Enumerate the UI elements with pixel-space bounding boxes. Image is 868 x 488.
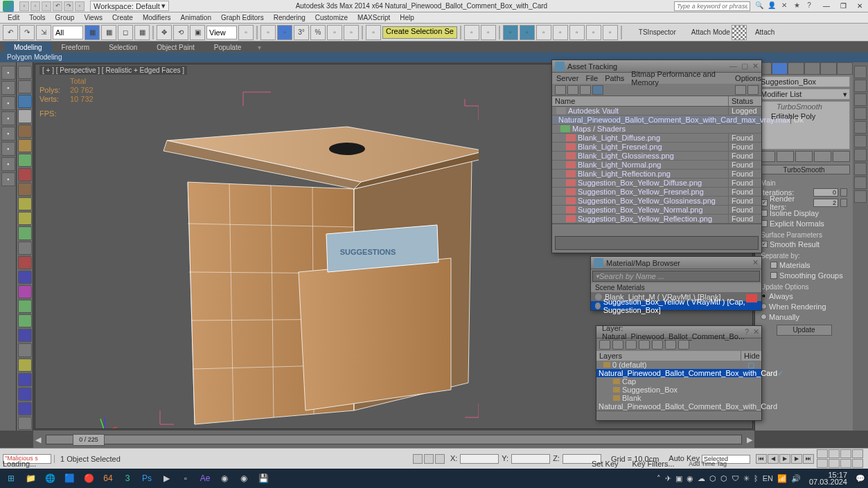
layer-tool-icon[interactable] xyxy=(652,340,663,350)
layer-row[interactable]: 0 (default)▢ xyxy=(596,361,761,369)
task-app-icon[interactable]: ▫ xyxy=(177,471,194,486)
layer-panel[interactable]: Layer: Natural_Pinewood_Ballot_Comment_B… xyxy=(596,325,762,421)
selection-filter-dropdown[interactable]: All xyxy=(53,26,83,39)
prim-icon[interactable] xyxy=(18,402,32,415)
tray-icon[interactable]: ☁ xyxy=(698,474,705,483)
asset-menu-paths[interactable]: Paths xyxy=(605,74,624,82)
panel-close-icon[interactable]: ✕ xyxy=(752,258,759,267)
nav-icon[interactable] xyxy=(852,449,863,458)
redo-button[interactable]: ↷ xyxy=(19,25,35,40)
curve-editor-button[interactable]: ▫ xyxy=(503,25,518,40)
prim-icon[interactable] xyxy=(18,417,32,430)
time-slider[interactable]: 0 / 225 xyxy=(46,435,742,444)
task-app-icon[interactable]: 🟦 xyxy=(61,471,78,486)
maximize-button[interactable]: ❐ xyxy=(835,0,851,12)
attach-label[interactable]: Attach xyxy=(755,28,774,36)
manipulate-button[interactable]: ▫ xyxy=(260,25,276,40)
layer-tool-icon[interactable] xyxy=(639,340,650,350)
col-layers[interactable]: Layers xyxy=(596,351,741,361)
layers-button[interactable]: ▫ xyxy=(481,25,496,40)
schematic-button[interactable]: ▫ xyxy=(520,25,535,40)
asset-row[interactable]: Suggestion_Box_Yellow_Normal.pngFound xyxy=(552,206,761,215)
prim-icon[interactable] xyxy=(18,373,32,386)
menu-create[interactable]: Create xyxy=(107,12,138,23)
prim-icon[interactable] xyxy=(18,183,32,196)
cmd-tab-utilities[interactable] xyxy=(837,62,853,75)
render-setup-button[interactable]: ▫ xyxy=(553,25,568,40)
tray-icon[interactable]: ✈ xyxy=(665,474,671,483)
asset-row[interactable]: Blank_Light_Reflection.pngFound xyxy=(552,170,761,179)
asset-menu-options[interactable]: Options xyxy=(735,74,761,82)
tab-selection[interactable]: Selection xyxy=(99,42,147,53)
create-tab-icon[interactable] xyxy=(18,66,32,79)
spinner-icon[interactable] xyxy=(840,199,847,207)
asset-row[interactable]: Suggestion_Box_Yellow_Reflection.pngFoun… xyxy=(552,215,761,224)
task-app-icon[interactable]: 💾 xyxy=(255,471,272,486)
nav-icon[interactable] xyxy=(829,449,840,458)
asset-row[interactable]: Blank_Light_Normal.pngFound xyxy=(552,161,761,170)
asset-row[interactable]: Autodesk VaultLogged xyxy=(552,107,761,116)
asset-menu-file[interactable]: File xyxy=(585,74,598,82)
menu-maxscript[interactable]: MAXScript xyxy=(353,12,395,23)
checker-icon[interactable] xyxy=(732,25,747,40)
menu-animation[interactable]: Animation xyxy=(175,12,215,23)
update-button[interactable]: Update xyxy=(777,325,832,336)
prim-icon[interactable] xyxy=(18,359,32,372)
exchange-icon[interactable]: ✕ xyxy=(779,1,789,11)
window-crossing-button[interactable]: ▦ xyxy=(134,25,150,40)
layer-tool-icon[interactable] xyxy=(665,340,676,350)
time-prev-icon[interactable]: ◀ xyxy=(33,435,43,444)
cmd-tab-modify[interactable] xyxy=(772,62,788,75)
create-tab-icon[interactable] xyxy=(18,80,32,93)
create-tab-icon[interactable] xyxy=(18,95,32,108)
remove-mod-button[interactable] xyxy=(814,151,831,162)
panel-close-icon[interactable]: ✕ xyxy=(752,62,759,71)
iterations-input[interactable]: 0 xyxy=(813,188,838,197)
menu-rendering[interactable]: Rendering xyxy=(269,12,310,23)
search-icon[interactable]: 🔍 xyxy=(754,1,764,11)
qat-save-icon[interactable]: ▫ xyxy=(42,1,51,11)
menu-group[interactable]: Group xyxy=(51,12,80,23)
sep-sg-checkbox[interactable] xyxy=(770,272,777,279)
prim-icon[interactable] xyxy=(18,242,32,255)
render-frame-button[interactable]: ▫ xyxy=(569,25,585,40)
lt-icon[interactable]: ▪ xyxy=(1,142,15,156)
show-end-button[interactable] xyxy=(777,151,794,162)
tray-icon[interactable]: ▣ xyxy=(675,474,682,483)
at-tool-icon[interactable] xyxy=(555,85,566,95)
workspace-selector[interactable]: Workspace: Default▾ xyxy=(90,1,169,11)
prim-icon[interactable] xyxy=(18,285,32,298)
menu-customize[interactable]: Customize xyxy=(310,12,353,23)
ref-coord-dropdown[interactable]: View xyxy=(206,26,237,39)
close-button[interactable]: ✕ xyxy=(851,0,868,12)
ribbon-expand-icon[interactable]: ▾ xyxy=(255,42,264,53)
setkey-button[interactable]: Set Key xyxy=(592,460,619,468)
select-object-button[interactable]: ▦ xyxy=(85,25,100,40)
material-search-input[interactable]: ▾ Search by Name ... xyxy=(592,271,760,282)
object-name-field[interactable]: Suggestion_Box xyxy=(758,76,850,87)
render-iters-input[interactable]: 2 xyxy=(813,199,838,207)
qat-new-icon[interactable]: ▫ xyxy=(19,1,29,11)
move-button[interactable]: ✥ xyxy=(157,25,172,40)
select-name-button[interactable]: ▦ xyxy=(101,25,116,40)
task-app-icon[interactable]: ▶ xyxy=(158,471,175,486)
render-prod-button[interactable]: ▫ xyxy=(603,25,618,40)
lt-icon[interactable]: ▪ xyxy=(1,157,15,171)
cmd-tab-hierarchy[interactable] xyxy=(788,62,804,75)
time-thumb[interactable]: 0 / 225 xyxy=(73,434,105,446)
asset-path-input[interactable] xyxy=(555,236,759,250)
tray-up-icon[interactable]: ˄ xyxy=(657,474,661,483)
lt-icon[interactable]: ▪ xyxy=(1,172,15,186)
layer-row[interactable]: Blank xyxy=(596,394,761,402)
tray-bt-icon[interactable]: ᛒ xyxy=(754,474,759,482)
task-app-icon[interactable]: ◉ xyxy=(236,471,252,486)
prim-icon[interactable] xyxy=(18,109,32,123)
menu-help[interactable]: Help xyxy=(395,12,419,23)
prim-icon[interactable] xyxy=(18,329,32,342)
material-editor-button[interactable]: ▫ xyxy=(536,25,551,40)
prim-icon[interactable] xyxy=(18,168,32,181)
snap-toggle-button[interactable]: ▫ xyxy=(277,25,292,40)
panel-close-icon[interactable]: ✕ xyxy=(753,327,759,336)
menu-views[interactable]: Views xyxy=(79,12,107,23)
app-icon[interactable] xyxy=(3,1,14,12)
